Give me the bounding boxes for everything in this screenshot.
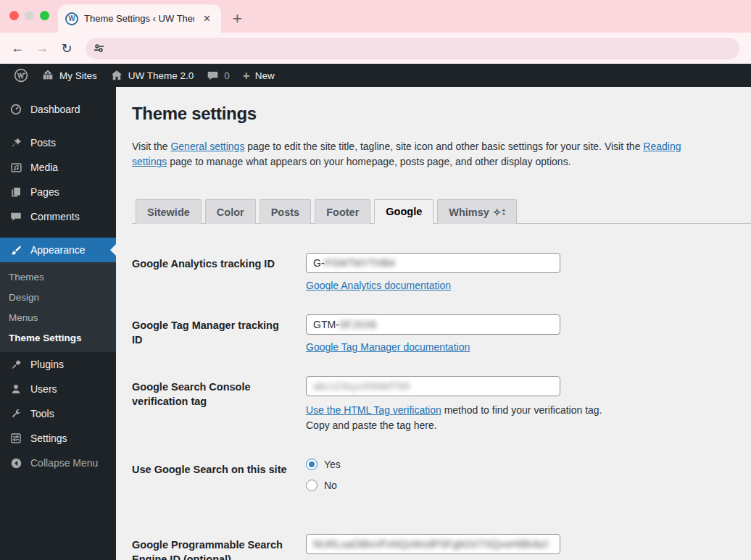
sidebar-item-appearance[interactable]: Appearance <box>0 238 116 262</box>
intro-paragraph: Visit the General settings page to edit … <box>132 139 708 169</box>
radio-button-checked-icon[interactable] <box>306 459 318 470</box>
tab-posts[interactable]: Posts <box>260 199 312 224</box>
media-icon <box>9 162 23 174</box>
browser-tab-strip: W Theme Settings ‹ UW Theme ✕ + <box>0 0 751 33</box>
wp-admin-bar: My Sites UW Theme 2.0 0 + New <box>0 64 751 87</box>
tab-whimsy[interactable]: Whimsy ✧++ <box>437 199 517 224</box>
forward-button[interactable]: → <box>32 38 52 59</box>
field-label: Use Google Search on this site <box>132 459 306 501</box>
sidebar-label: Collapse Menu <box>30 457 98 469</box>
tag-manager-id-input[interactable]: GTM-SFJXX6 <box>306 314 560 335</box>
admin-sidebar: Dashboard Posts Media <box>0 87 116 560</box>
new-tab-button[interactable]: + <box>233 11 242 27</box>
sidebar-item-comments[interactable]: Comments <box>0 204 116 229</box>
html-tag-verification-link[interactable]: Use the HTML Tag verification <box>306 404 441 416</box>
search-console-helper: Use the HTML Tag verification method to … <box>306 403 654 433</box>
sparkle-icon: ✧++ <box>493 206 505 218</box>
sidebar-label: Media <box>30 162 58 173</box>
browser-tab[interactable]: W Theme Settings ‹ UW Theme ✕ <box>58 4 221 33</box>
sidebar-label: Tools <box>30 408 54 419</box>
sidebar-item-dashboard[interactable]: Dashboard <box>0 97 116 122</box>
new-label: New <box>255 70 275 81</box>
sliders-icon <box>9 432 23 444</box>
field-row-search-console: Google Search Console verification tag a… <box>132 376 751 433</box>
field-label: Google Search Console verification tag <box>132 376 306 433</box>
radio-option-yes[interactable]: Yes <box>306 459 751 470</box>
analytics-doc-link[interactable]: Google Analytics documentation <box>306 280 451 291</box>
sidebar-label: Comments <box>30 211 80 222</box>
main-content: Theme settings Visit the General setting… <box>116 87 751 560</box>
comments-menu[interactable]: 0 <box>200 64 236 87</box>
close-window-button[interactable] <box>9 11 19 20</box>
search-console-tag-input[interactable]: abc123xyz456def789 <box>306 376 560 396</box>
sidebar-label: Pages <box>30 186 59 198</box>
wrench-icon <box>9 408 23 419</box>
sidebar-item-plugins[interactable]: Plugins <box>0 352 116 377</box>
google-settings-form: Google Analytics tracking ID G-PSWTMYTHB… <box>132 253 751 560</box>
analytics-id-input[interactable]: G-PSWTMYTHB4 <box>306 253 560 273</box>
back-button[interactable]: ← <box>7 38 28 59</box>
tab-color[interactable]: Color <box>205 199 256 224</box>
field-row-pse: Google Programmable Search Engine ID (op… <box>132 534 751 560</box>
submenu-item-themes[interactable]: Themes <box>0 267 116 287</box>
field-label: Google Tag Manager tracking ID <box>132 314 306 354</box>
tab-sitewide[interactable]: Sitewide <box>136 199 202 224</box>
browser-toolbar: ← → ↻ <box>0 33 751 64</box>
general-settings-link[interactable]: General settings <box>170 141 244 152</box>
my-sites-menu[interactable]: My Sites <box>35 64 104 87</box>
dashboard-icon <box>9 103 23 116</box>
submenu-item-theme-settings[interactable]: Theme Settings <box>0 327 116 348</box>
sidebar-item-collapse-menu[interactable]: Collapse Menu <box>0 451 116 475</box>
page-title: Theme settings <box>132 104 751 124</box>
radio-button-icon[interactable] <box>306 480 318 491</box>
sidebar-label: Posts <box>30 137 56 149</box>
my-sites-label: My Sites <box>59 70 97 81</box>
radio-option-no[interactable]: No <box>306 480 751 491</box>
settings-tab-bar: Sitewide Color Posts Footer Google Whims… <box>132 199 751 224</box>
wordpress-favicon-icon: W <box>65 12 78 25</box>
fullscreen-window-button[interactable] <box>40 11 49 20</box>
field-label: Google Programmable Search Engine ID (op… <box>132 534 306 560</box>
wordpress-logo-icon <box>14 68 28 83</box>
sidebar-item-tools[interactable]: Tools <box>0 401 116 426</box>
pin-icon <box>9 137 23 149</box>
submenu-item-menus[interactable]: Menus <box>0 307 116 327</box>
field-label: Google Analytics tracking ID <box>132 253 306 292</box>
window-controls <box>9 11 49 20</box>
sidebar-item-pages[interactable]: Pages <box>0 180 116 204</box>
redacted-value: PSWTMYTHB4 <box>325 257 395 269</box>
sidebar-item-settings[interactable]: Settings <box>0 426 116 451</box>
pages-icon <box>9 186 23 198</box>
tab-footer[interactable]: Footer <box>315 199 370 224</box>
comment-bubble-icon <box>207 70 219 82</box>
address-bar[interactable] <box>86 38 739 59</box>
sidebar-label: Settings <box>30 432 67 444</box>
sidebar-label: Plugins <box>30 359 64 370</box>
brush-icon <box>9 244 23 256</box>
comments-count: 0 <box>224 70 230 81</box>
pse-id-input[interactable]: NURLuaOiBsVFxNQxWzdPSFgbOXTSQxoH9Bvbcl <box>306 534 560 554</box>
sidebar-label: Dashboard <box>30 104 80 115</box>
user-icon <box>9 383 23 395</box>
sidebar-item-media[interactable]: Media <box>0 155 116 180</box>
reload-button[interactable]: ↻ <box>57 38 77 59</box>
new-content-menu[interactable]: + New <box>236 64 281 87</box>
submenu-item-design[interactable]: Design <box>0 287 116 307</box>
collapse-icon <box>9 457 23 469</box>
site-menu[interactable]: UW Theme 2.0 <box>104 64 201 87</box>
tag-manager-doc-link[interactable]: Google Tag Manager documentation <box>306 341 470 353</box>
tune-icon[interactable] <box>93 42 105 54</box>
site-name: UW Theme 2.0 <box>128 70 194 81</box>
home-icon <box>110 69 123 82</box>
sidebar-item-users[interactable]: Users <box>0 377 116 401</box>
sidebar-item-posts[interactable]: Posts <box>0 130 116 155</box>
wp-logo-menu[interactable] <box>7 64 35 87</box>
sidebar-label: Appearance <box>30 244 86 256</box>
field-row-analytics: Google Analytics tracking ID G-PSWTMYTHB… <box>132 253 751 292</box>
redacted-value: NURLuaOiBsVFxNQxWzdPSFgbOXTSQxoH9Bvbcl <box>313 538 548 550</box>
close-tab-icon[interactable]: ✕ <box>200 12 214 25</box>
minimize-window-button[interactable] <box>25 11 34 20</box>
comments-icon <box>9 211 23 222</box>
appearance-submenu: Themes Design Menus Theme Settings <box>0 262 116 352</box>
tab-google[interactable]: Google <box>374 199 433 224</box>
